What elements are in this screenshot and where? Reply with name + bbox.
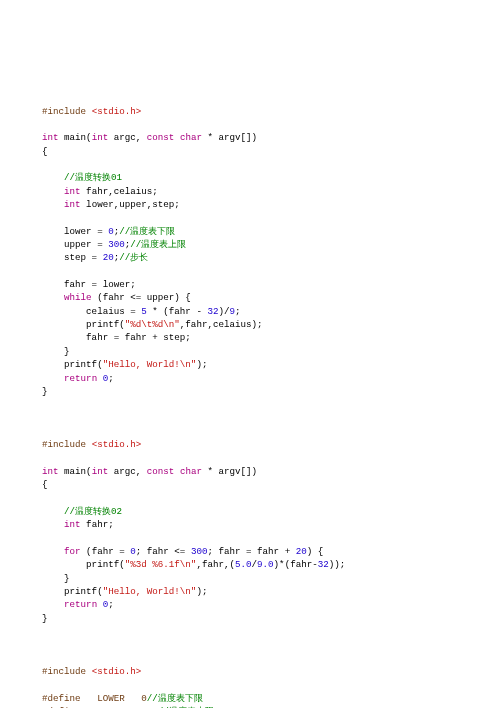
code-line: upper = 300;//温度表上限 <box>42 238 458 251</box>
code-text: ; <box>235 306 241 317</box>
code-text <box>42 506 64 517</box>
type-token: while <box>64 292 92 303</box>
comment-token: //温度表上限 <box>130 239 186 250</box>
code-line: #include <stdio.h> <box>42 438 458 451</box>
code-text: * (fahr - <box>147 306 208 317</box>
code-text: ; fahr <= <box>136 546 191 557</box>
code-line: int main(int argc, const char * argv[]) <box>42 465 458 478</box>
type-token: int <box>92 132 109 143</box>
code-text: fahr = lower; <box>42 279 136 290</box>
code-line: //温度转换02 <box>42 505 458 518</box>
code-text: ; fahr = fahr + <box>207 546 295 557</box>
code-line: } <box>42 385 458 398</box>
code-text: * argv[]) <box>202 466 257 477</box>
comment-token: //步长 <box>119 252 148 263</box>
preproc-token: #include <box>42 666 92 677</box>
code-text: } <box>42 386 48 397</box>
code-text: ); <box>196 359 207 370</box>
code-line: int fahr,celaius; <box>42 185 458 198</box>
code-text: (fahr = <box>81 546 131 557</box>
type-token: char <box>180 132 202 143</box>
code-text: } <box>42 613 48 624</box>
code-text <box>42 599 64 610</box>
code-line: printf("%3d %6.1f\n",fahr,(5.0/9.0)*(fah… <box>42 558 458 571</box>
code-line: celaius = 5 * (fahr - 32)/9; <box>42 305 458 318</box>
code-text: fahr; <box>81 519 114 530</box>
code-text: step = <box>42 252 103 263</box>
code-text <box>42 199 64 210</box>
code-line <box>42 625 458 638</box>
string-token: "Hello, World!\n" <box>103 586 197 597</box>
code-line: return 0; <box>42 598 458 611</box>
code-line <box>42 492 458 505</box>
code-line: } <box>42 345 458 358</box>
code-line: { <box>42 478 458 491</box>
code-line: printf("Hello, World!\n"); <box>42 585 458 598</box>
code-line: } <box>42 612 458 625</box>
code-line <box>42 265 458 278</box>
num-token: 32 <box>318 559 329 570</box>
code-text: ; <box>108 599 114 610</box>
preproc-token: #include <box>42 439 92 450</box>
code-line: int lower,upper,step; <box>42 198 458 211</box>
code-text: { <box>42 146 48 157</box>
code-line: #include <stdio.h> <box>42 665 458 678</box>
code-text: printf( <box>42 359 103 370</box>
type-token: int <box>92 466 109 477</box>
code-text: main( <box>59 132 92 143</box>
comment-token: //温度表下限 <box>147 693 203 704</box>
code-line <box>42 412 458 425</box>
code-text: )*(fahr- <box>274 559 318 570</box>
comment-token: //温度表下限 <box>119 226 175 237</box>
code-text <box>42 292 64 303</box>
code-line <box>42 638 458 651</box>
code-line <box>42 652 458 665</box>
code-line <box>42 452 458 465</box>
code-text: )/ <box>218 306 229 317</box>
type-token: int <box>64 199 81 210</box>
code-text <box>42 546 64 557</box>
code-text <box>42 519 64 530</box>
code-text: ,fahr,celaius); <box>180 319 263 330</box>
code-line <box>42 211 458 224</box>
code-line: step = 20;//步长 <box>42 251 458 264</box>
code-text: * argv[]) <box>202 132 257 143</box>
code-text: ; <box>108 373 114 384</box>
code-line: { <box>42 145 458 158</box>
code-line: int fahr; <box>42 518 458 531</box>
code-text: lower = <box>42 226 108 237</box>
code-text: } <box>42 346 70 357</box>
code-text: ) { <box>307 546 324 557</box>
code-line <box>42 118 458 131</box>
code-text: main( <box>59 466 92 477</box>
string-token: <stdio.h> <box>92 106 142 117</box>
code-line <box>42 532 458 545</box>
string-token: <stdio.h> <box>92 439 142 450</box>
string-token: <stdio.h> <box>92 666 142 677</box>
code-text: fahr = fahr + step; <box>42 332 191 343</box>
type-token: for <box>64 546 81 557</box>
code-line: //温度转换01 <box>42 171 458 184</box>
code-line: printf("Hello, World!\n"); <box>42 358 458 371</box>
code-text <box>42 186 64 197</box>
code-line: while (fahr <= upper) { <box>42 291 458 304</box>
code-line: #define LOWER 0//温度表下限 <box>42 692 458 705</box>
num-token: 20 <box>103 252 114 263</box>
type-token: char <box>180 466 202 477</box>
code-line: #include <stdio.h> <box>42 105 458 118</box>
code-text: argc, <box>108 466 147 477</box>
code-line: printf("%d\t%d\n",fahr,celaius); <box>42 318 458 331</box>
comment-token: //温度转换01 <box>64 172 122 183</box>
code-text <box>42 373 64 384</box>
code-text: )); <box>329 559 346 570</box>
code-text: printf( <box>42 586 103 597</box>
num-token: 300 <box>191 546 208 557</box>
code-text: { <box>42 479 48 490</box>
code-text: ,fahr,( <box>196 559 235 570</box>
preproc-token: #define LOWER 0 <box>42 693 147 704</box>
code-line <box>42 91 458 104</box>
code-text: ); <box>196 586 207 597</box>
code-block: #include <stdio.h>int main(int argc, con… <box>42 91 458 708</box>
code-line <box>42 398 458 411</box>
code-text: argc, <box>108 132 147 143</box>
